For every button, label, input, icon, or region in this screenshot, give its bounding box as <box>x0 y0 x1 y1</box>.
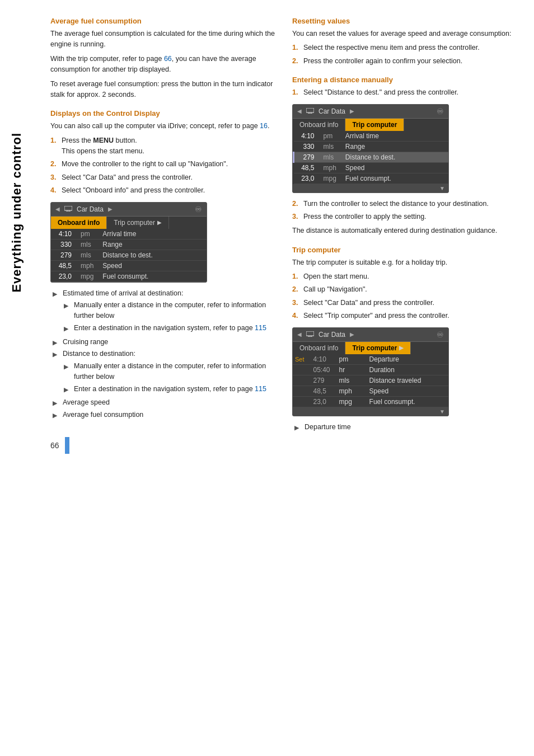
table-row: 48,5mphSpeed <box>293 386 448 396</box>
bullet-arrow-icon: ▶ <box>53 398 59 408</box>
page-number: 66 <box>50 441 59 450</box>
table-row: 48,5mphSpeed <box>51 260 207 271</box>
widget-1-header: ◀ Car Data ▶ ♾ <box>51 203 207 217</box>
avg-fuel-p3: To reset average fuel consumption: press… <box>50 79 275 101</box>
list-item: ▶ Departure time <box>294 422 517 433</box>
after-steps3: The distance is automatically entered du… <box>292 226 517 236</box>
step-t2: 2. Call up "Navigation". <box>292 284 517 295</box>
step-t1: 1. Open the start menu. <box>292 271 517 282</box>
list-item: ▶ Average speed <box>53 397 275 408</box>
list-item: ▶ Average fuel consumption <box>53 410 275 420</box>
displays-p1-post: . <box>268 122 269 130</box>
sub-bullet-list: ▶ Manually enter a distance in the compu… <box>64 300 275 333</box>
displays-p1-pre: You can also call up the computer via iD… <box>50 122 260 130</box>
scroll-down-icon-3: ▼ <box>438 407 446 416</box>
heading-avg-fuel: Average fuel consumption <box>50 17 275 25</box>
link-page66[interactable]: 66 <box>164 55 172 63</box>
widget-2: ◀ Car Data ▶ ♾ Onboard info Trip compute… <box>292 104 449 193</box>
table-row: 330mlsRange <box>51 239 207 250</box>
list-item: ▶ Enter a destination in the navigation … <box>64 323 275 334</box>
widget-1: ◀ Car Data ▶ ♾ Onboard info Trip compute… <box>50 202 207 283</box>
step-d1: 1. Select "Distance to dest." and press … <box>292 87 517 98</box>
tab-onboard-info[interactable]: Onboard info <box>51 217 107 229</box>
table-row: 23,0mpgFuel consumpt. <box>293 396 448 407</box>
table-row: 48,5mphSpeed <box>294 162 449 173</box>
left-arrow-icon-2: ◀ <box>297 108 302 114</box>
widget-3-table: Set4:10pmDeparture 05:40hrDuration 279ml… <box>293 354 448 407</box>
left-column: Average fuel consumption The average fue… <box>50 17 275 454</box>
list-item: ▶ Enter a destination in the navigation … <box>64 384 275 395</box>
bullet-list-2: ▶ Departure time <box>294 422 517 433</box>
right-arrow-icon-3: ▶ <box>350 331 354 337</box>
link-page115b[interactable]: 115 <box>255 385 266 393</box>
widget-2-table: 4:10pmArrival time 330mlsRange 279mlsDis… <box>293 131 448 184</box>
steps-list-1: 1. Press the MENU button.This opens the … <box>50 135 275 196</box>
step-2: 2. Move the controller to the right to c… <box>50 159 275 170</box>
tab-onboard-info-3[interactable]: Onboard info <box>293 342 345 354</box>
resetting-p1: You can reset the values for average spe… <box>292 29 517 39</box>
bullet-list-1: ▶ Estimated time of arrival at destinati… <box>53 288 275 420</box>
list-item: ▶ Cruising range <box>53 337 275 348</box>
tab-arrow-icon-3: ▶ <box>399 345 404 351</box>
main-content: Average fuel consumption The average fue… <box>39 0 534 471</box>
step-r2: 2. Press the controller again to confirm… <box>292 56 517 67</box>
bullet-arrow-icon-dep: ▶ <box>294 423 301 433</box>
monitor-icon-3 <box>306 331 314 339</box>
scroll-down-icon: ▼ <box>438 184 446 192</box>
trip-computer-p1: The trip computer is suitable e.g. for a… <box>292 257 517 268</box>
avg-fuel-p2: With the trip computer, refer to page 66… <box>50 54 275 76</box>
heading-displays: Displays on the Control Display <box>50 109 275 118</box>
list-item: ▶ Manually enter a distance in the compu… <box>64 300 275 321</box>
tab-trip-computer-2[interactable]: Trip computer <box>345 119 404 131</box>
widget-1-header-label: Car Data <box>77 205 104 213</box>
widget-2-tabs: Onboard info Trip computer <box>293 119 448 131</box>
sidebar: Everything under control <box>0 45 34 381</box>
table-row: 330mlsRange <box>294 141 449 152</box>
scroll-indicator-3: ▼ <box>293 407 448 416</box>
step-d3: 3. Press the controller to apply the set… <box>292 212 517 222</box>
sidebar-label: Everything under control <box>10 133 24 293</box>
bullet-arrow-icon: ▶ <box>64 324 71 334</box>
table-row: Set4:10pmDeparture <box>293 354 448 365</box>
step-t4: 4. Select "Trip computer" and press the … <box>292 311 517 321</box>
heading-resetting: Resetting values <box>292 17 517 25</box>
widget-1-tabs: Onboard info Trip computer ▶ <box>51 217 207 229</box>
scroll-indicator: ▼ <box>293 184 448 192</box>
left-arrow-icon-3: ◀ <box>297 331 302 337</box>
right-arrow-icon: ▶ <box>108 206 113 212</box>
widget-1-table: 4:10pmArrival time 330mlsRange 279mlsDis… <box>51 229 207 282</box>
step-r1: 1. Select the respective menu item and p… <box>292 43 517 53</box>
widget-3-header-label: Car Data <box>318 331 345 339</box>
svg-rect-4 <box>306 108 314 112</box>
tab-trip-computer[interactable]: Trip computer ▶ <box>107 217 169 229</box>
steps-list-distance-2: 2. Turn the controller to select the dis… <box>292 199 517 223</box>
left-arrow-icon: ◀ <box>55 206 60 212</box>
tab-trip-computer-3[interactable]: Trip computer ▶ <box>345 342 411 354</box>
monitor-icon-2 <box>306 107 314 115</box>
corner-icon-3: ♾ <box>437 330 444 339</box>
step-3: 3. Select "Car Data" and press the contr… <box>50 172 275 183</box>
steps-list-reset: 1. Select the respective menu item and p… <box>292 43 517 67</box>
widget-2-header: ◀ Car Data ▶ ♾ <box>293 105 448 119</box>
widget-2-header-label: Car Data <box>318 107 345 115</box>
bullet-arrow-icon: ▶ <box>53 411 59 420</box>
list-item: ▶ Estimated time of arrival at destinati… <box>53 288 275 299</box>
two-column-layout: Average fuel consumption The average fue… <box>50 17 517 454</box>
list-item: ▶ Manually enter a distance in the compu… <box>64 361 275 382</box>
table-row-highlight: 279mlsDistance to dest. <box>294 152 449 162</box>
table-row: 4:10pmArrival time <box>294 131 449 142</box>
heading-trip-computer: Trip computer <box>292 246 517 254</box>
table-row: 05:40hrDuration <box>293 364 448 375</box>
list-item: ▶ Distance to destination: <box>53 349 275 359</box>
widget-3-header: ◀ Car Data ▶ ♾ <box>293 328 448 342</box>
widget-3-tabs: Onboard info Trip computer ▶ <box>293 342 448 354</box>
avg-fuel-p2-pre: With the trip computer, refer to page <box>50 55 164 63</box>
steps-list-trip: 1. Open the start menu. 2. Call up "Navi… <box>292 271 517 322</box>
right-column: Resetting values You can reset the value… <box>292 17 517 454</box>
tab-onboard-info-2[interactable]: Onboard info <box>293 119 345 131</box>
heading-entering-distance: Entering a distance manually <box>292 76 517 84</box>
link-page16[interactable]: 16 <box>260 122 268 130</box>
link-page115a[interactable]: 115 <box>255 324 266 332</box>
displays-p1: You can also call up the computer via iD… <box>50 121 275 132</box>
svg-rect-8 <box>306 331 314 336</box>
